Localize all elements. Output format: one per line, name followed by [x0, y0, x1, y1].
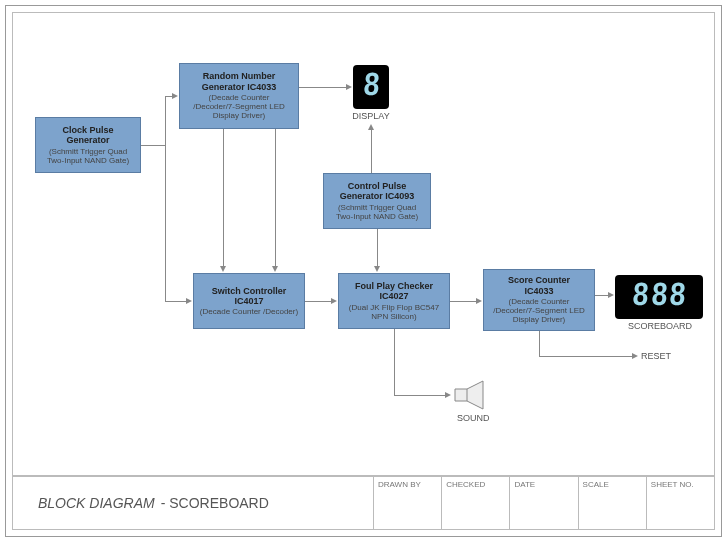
block-switch-controller: Switch ControllerIC4017 (Decade Counter … [193, 273, 305, 329]
block-subtitle: (Dual JK Flip Flop BC547NPN Silicon) [349, 303, 439, 321]
footer-drawn-by: DRAWN BY [373, 477, 441, 529]
diagram-canvas: Clock PulseGenerator (Schmitt Trigger Qu… [12, 12, 715, 476]
connector [165, 145, 166, 301]
footer-date: DATE [509, 477, 577, 529]
connector-arrow [305, 301, 332, 302]
display-digit: 8 [668, 280, 687, 314]
block-title: Switch ControllerIC4017 [212, 286, 287, 307]
display-digit: 8 [361, 70, 380, 104]
block-subtitle: (Schmitt Trigger QuadTwo-Input NAND Gate… [336, 203, 418, 221]
connector-arrow [299, 87, 347, 88]
diagram-title: BLOCK DIAGRAM - SCOREBOARD [13, 477, 373, 529]
block-subtitle: (Schmitt Trigger QuadTwo-Input NAND Gate… [47, 147, 129, 165]
block-subtitle: (Decade Counter/Decoder/7-Segment LEDDis… [493, 297, 585, 325]
speaker-icon [453, 379, 491, 411]
connector [539, 331, 540, 356]
connector [165, 96, 166, 145]
connector-arrow [223, 129, 224, 267]
connector-arrow [539, 356, 633, 357]
block-title: Control PulseGenerator IC4093 [340, 181, 415, 202]
connector-arrow [165, 301, 187, 302]
diagram-frame: Clock PulseGenerator (Schmitt Trigger Qu… [5, 5, 722, 537]
block-title: Random NumberGenerator IC4033 [202, 71, 277, 92]
block-score-counter: Score CounterIC4033 (Decade Counter/Deco… [483, 269, 595, 331]
seven-segment-scoreboard: 8 8 8 [615, 275, 703, 319]
connector-arrow [165, 96, 173, 97]
footer-checked: CHECKED [441, 477, 509, 529]
connector-arrow [450, 301, 477, 302]
connector-arrow [371, 129, 372, 173]
connector-arrow [377, 229, 378, 267]
title-italic: BLOCK DIAGRAM [38, 495, 155, 511]
label-display: DISPLAY [345, 111, 397, 121]
connector [394, 329, 395, 395]
block-clock-pulse-generator: Clock PulseGenerator (Schmitt Trigger Qu… [35, 117, 141, 173]
connector [141, 145, 165, 146]
block-subtitle: (Decade Counter/Decoder/7-Segment LEDDis… [193, 93, 285, 121]
svg-marker-0 [455, 381, 483, 409]
connector-arrow [275, 129, 276, 267]
label-sound: SOUND [457, 413, 490, 423]
title-rest: - SCOREBOARD [161, 495, 269, 511]
block-title: Foul Play CheckerIC4027 [355, 281, 433, 302]
connector-arrow [595, 295, 609, 296]
block-title: Score CounterIC4033 [508, 275, 570, 296]
display-digit: 8 [631, 280, 650, 314]
block-control-pulse-generator: Control PulseGenerator IC4093 (Schmitt T… [323, 173, 431, 229]
display-digit: 8 [649, 280, 668, 314]
seven-segment-display: 8 [353, 65, 389, 109]
footer-sheet-no: SHEET NO. [646, 477, 714, 529]
block-foul-play-checker: Foul Play CheckerIC4027 (Dual JK Flip Fl… [338, 273, 450, 329]
label-reset: RESET [641, 351, 671, 361]
title-bar: BLOCK DIAGRAM - SCOREBOARD DRAWN BY CHEC… [12, 476, 715, 530]
footer-scale: SCALE [578, 477, 646, 529]
block-random-number-generator: Random NumberGenerator IC4033 (Decade Co… [179, 63, 299, 129]
label-scoreboard: SCOREBOARD [625, 321, 695, 331]
block-title: Clock PulseGenerator [62, 125, 113, 146]
connector-arrow [394, 395, 446, 396]
block-subtitle: (Decade Counter /Decoder) [200, 307, 298, 316]
